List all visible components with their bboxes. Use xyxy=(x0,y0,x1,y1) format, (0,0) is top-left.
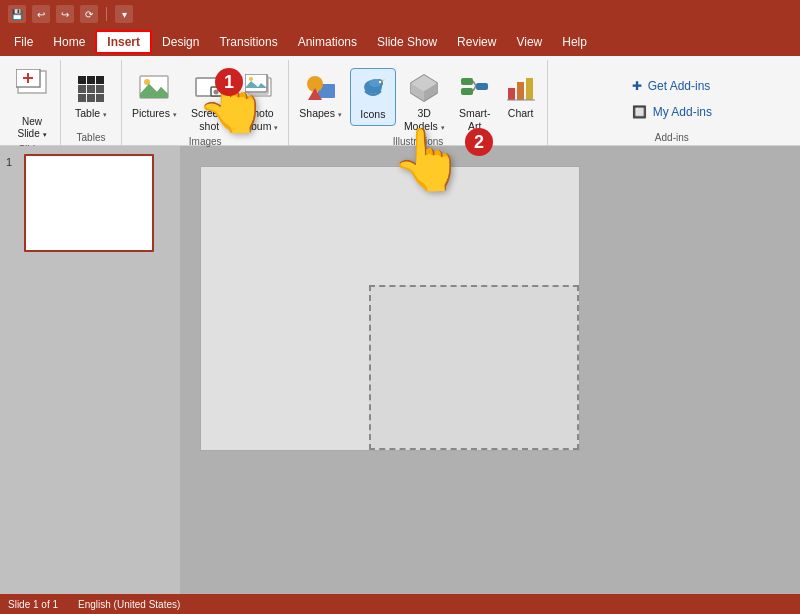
my-addins-label: My Add-ins xyxy=(653,105,712,119)
slide-status: Slide 1 of 1 xyxy=(8,599,58,610)
addins-group-label: Add-ins xyxy=(655,132,689,145)
menu-design[interactable]: Design xyxy=(152,32,209,52)
my-addins-icon: 🔲 xyxy=(632,105,647,119)
icons-icon xyxy=(357,73,389,105)
get-addins-label: Get Add-ins xyxy=(648,79,711,93)
photo-album-label: PhotoAlbum ▾ xyxy=(242,107,279,132)
smartart-icon xyxy=(459,72,491,104)
slide-thumbnail-container: 1 xyxy=(6,154,174,252)
menu-help[interactable]: Help xyxy=(552,32,597,52)
pictures-icon xyxy=(138,72,170,104)
ribbon-group-images: Pictures ▾ Screen-shot xyxy=(122,60,289,145)
svg-rect-28 xyxy=(476,83,488,90)
screenshot-label: Screen-shot xyxy=(191,107,228,132)
photo-album-button[interactable]: PhotoAlbum ▾ xyxy=(236,68,285,136)
ribbon-group-addins: ✚ Get Add-ins 🔲 My Add-ins Add-ins xyxy=(548,60,796,145)
svg-rect-26 xyxy=(461,78,473,85)
svg-point-21 xyxy=(379,81,381,83)
slide-number: 1 xyxy=(6,156,20,168)
svg-rect-31 xyxy=(508,88,515,100)
new-slide-label: NewSlide ▾ xyxy=(17,116,46,140)
canvas-area: 1 2 👆 👆 xyxy=(180,146,800,594)
slide-thumbnail[interactable] xyxy=(24,154,154,252)
icons-button[interactable]: Icons xyxy=(350,68,396,126)
language-status: English (United States) xyxy=(78,599,180,610)
my-addins-button[interactable]: 🔲 My Add-ins xyxy=(628,103,716,121)
divider xyxy=(106,7,107,21)
menu-file[interactable]: File xyxy=(4,32,43,52)
menu-home[interactable]: Home xyxy=(43,32,95,52)
menu-review[interactable]: Review xyxy=(447,32,506,52)
smartart-button[interactable]: Smart-Art xyxy=(453,68,497,136)
svg-point-13 xyxy=(249,77,253,81)
icons-label: Icons xyxy=(360,108,385,121)
redo-icon[interactable]: ↪ xyxy=(56,5,74,23)
chart-label: Chart xyxy=(508,107,534,120)
title-bar: 💾 ↩ ↪ ⟳ ▾ xyxy=(0,0,800,28)
photo-album-icon xyxy=(244,72,276,104)
3d-models-button[interactable]: 3DModels ▾ xyxy=(398,68,451,136)
slide-text-placeholder xyxy=(369,285,579,450)
3d-models-icon xyxy=(408,72,440,104)
chart-icon xyxy=(505,72,537,104)
shapes-label: Shapes ▾ xyxy=(299,107,342,120)
menu-animations[interactable]: Animations xyxy=(288,32,367,52)
new-slide-button[interactable]: NewSlide ▾ xyxy=(8,60,56,144)
table-label: Table ▾ xyxy=(75,107,107,120)
svg-rect-27 xyxy=(461,88,473,95)
shapes-button[interactable]: Shapes ▾ xyxy=(293,68,348,124)
customize-icon[interactable]: ▾ xyxy=(115,5,133,23)
get-addins-button[interactable]: ✚ Get Add-ins xyxy=(628,77,716,95)
ribbon-group-slides: NewSlide ▾ Slides xyxy=(4,60,61,145)
pictures-label: Pictures ▾ xyxy=(132,107,177,120)
menu-transitions[interactable]: Transitions xyxy=(209,32,287,52)
pictures-button[interactable]: Pictures ▾ xyxy=(126,68,183,124)
tables-group-label: Tables xyxy=(77,132,106,145)
svg-rect-12 xyxy=(245,74,267,92)
svg-line-29 xyxy=(473,81,476,86)
ribbon: NewSlide ▾ Slides Table ▾ Tables xyxy=(0,56,800,146)
svg-rect-33 xyxy=(526,78,533,100)
menu-slideshow[interactable]: Slide Show xyxy=(367,32,447,52)
main-area: 1 1 2 👆 👆 xyxy=(0,146,800,594)
svg-rect-32 xyxy=(517,82,524,100)
undo-icon[interactable]: ↩ xyxy=(32,5,50,23)
menu-bar: File Home Insert Design Transitions Anim… xyxy=(0,28,800,56)
new-slide-icon xyxy=(16,64,48,114)
slide-canvas[interactable] xyxy=(200,166,580,451)
ribbon-group-illustrations: Shapes ▾ Icons xyxy=(289,60,547,145)
chart-button[interactable]: Chart xyxy=(499,68,543,124)
svg-point-20 xyxy=(369,79,381,87)
shapes-icon xyxy=(305,72,337,104)
status-bar: Slide 1 of 1 English (United States) xyxy=(0,594,800,614)
step2-badge: 2 xyxy=(465,146,493,156)
3d-models-label: 3DModels ▾ xyxy=(404,107,445,132)
table-icon xyxy=(75,72,107,104)
svg-point-5 xyxy=(144,79,150,85)
get-addins-icon: ✚ xyxy=(632,79,642,93)
repeat-icon[interactable]: ⟳ xyxy=(80,5,98,23)
table-button[interactable]: Table ▾ xyxy=(69,68,113,124)
ribbon-group-tables: Table ▾ Tables xyxy=(61,60,122,145)
menu-insert[interactable]: Insert xyxy=(95,30,152,54)
menu-view[interactable]: View xyxy=(506,32,552,52)
slide-panel: 1 xyxy=(0,146,180,594)
save-icon[interactable]: 💾 xyxy=(8,5,26,23)
svg-line-30 xyxy=(473,86,476,91)
